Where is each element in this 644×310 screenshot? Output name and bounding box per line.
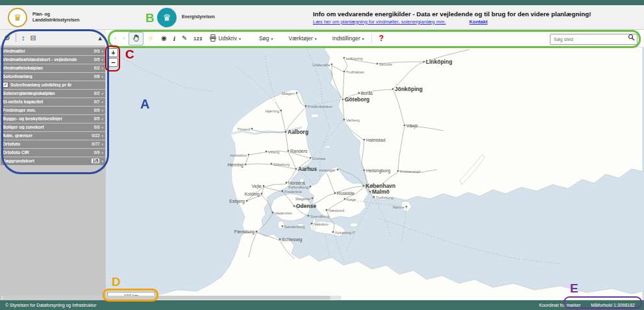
- collapse-layers-icon[interactable]: ⊟: [30, 34, 36, 42]
- layer-count: 1/5: [92, 159, 100, 163]
- planning-info-link[interactable]: Læs her om planlægning for vindmøller, s…: [313, 19, 446, 25]
- layer-item[interactable]: Solenergianlæglokalplan0/2▾: [1, 90, 105, 97]
- layer-name: Boliger og zonekort: [3, 125, 94, 129]
- settings-menu-label: Indstillinger: [332, 35, 360, 42]
- city-label: Borås: [361, 91, 373, 96]
- layer-item[interactable]: Bygge- og beskyttelseslinjer0/5▾: [1, 115, 105, 123]
- layer-name: Ortofoto CIR: [3, 150, 94, 155]
- city-label: Aarhus: [298, 166, 317, 172]
- chevron-down-icon[interactable]: ▾: [101, 125, 103, 129]
- chevron-down-icon[interactable]: ▾: [101, 58, 103, 62]
- zoom-in-button[interactable]: +: [108, 48, 118, 57]
- layer-item[interactable]: Fredninger mm.0/9▾: [1, 107, 105, 114]
- city-dot: [286, 182, 287, 183]
- layer-item[interactable]: Ortofoto CIR0/9▾: [1, 149, 105, 157]
- map-toolbar: ‹ › ⚡ ◉ i ✎ 123 Udskriv ▾ Søg ▾: [106, 30, 644, 47]
- search-menu-button[interactable]: Søg ▾: [256, 33, 277, 44]
- settings-menu-button[interactable]: Indstillinger ▾: [329, 33, 367, 44]
- feature-info-button[interactable]: i: [170, 33, 179, 44]
- caret-down-icon: ▾: [239, 36, 241, 41]
- coordinates-tool-button[interactable]: 123: [190, 34, 205, 43]
- collapse-panel-icon[interactable]: ▴: [98, 34, 102, 42]
- city-dot: [261, 193, 262, 194]
- chevron-down-icon[interactable]: ▾: [101, 109, 103, 112]
- search-magnifier-icon[interactable]: [628, 34, 635, 41]
- city-label: Haderslev: [275, 211, 292, 215]
- layer-count: 0/3: [94, 49, 100, 53]
- chevron-down-icon[interactable]: ▾: [101, 49, 103, 53]
- help-button[interactable]: ?: [376, 32, 387, 44]
- status-bar: © Styrelsen for Dataforsyning og Infrast…: [0, 300, 644, 310]
- coordinates-123-icon: 123: [193, 36, 202, 41]
- zoom-out-button[interactable]: −: [108, 58, 118, 67]
- city-label: Halmstad: [366, 138, 386, 142]
- print-menu-button[interactable]: Udskriv ▾: [206, 32, 244, 45]
- layer-count: 0/3: [94, 125, 100, 129]
- chevron-down-icon[interactable]: ▾: [101, 100, 103, 104]
- city-label: Esbjerg: [229, 199, 245, 204]
- city-dot: [326, 209, 327, 211]
- layer-item[interactable]: Baggrundskort1/5▾: [1, 157, 105, 165]
- city-label: Varberg: [346, 118, 360, 122]
- history-forward-button[interactable]: ›: [119, 33, 128, 44]
- city-dot: [272, 212, 273, 213]
- caret-down-icon: ▾: [271, 36, 273, 41]
- quick-info-button[interactable]: ⚡: [143, 33, 158, 44]
- layer-name: Vindmølleafstandskort - vejledende: [3, 57, 94, 62]
- chevron-down-icon[interactable]: ▾: [101, 159, 103, 163]
- layer-name: Solcelleanlæg: [3, 74, 94, 79]
- chevron-down-icon[interactable]: ▾: [101, 66, 103, 70]
- city-label: Thisted: [237, 127, 250, 131]
- expand-layers-icon[interactable]: ↕: [21, 34, 25, 42]
- city-dot: [397, 170, 399, 172]
- layer-name: Baggrundskort: [3, 159, 92, 163]
- city-label: Grenaa: [312, 157, 326, 161]
- chevron-down-icon[interactable]: ▾: [101, 142, 103, 146]
- checkbox-checked-icon[interactable]: ✓: [3, 82, 8, 88]
- tools-menu-label: Værktøjer: [289, 35, 313, 42]
- layer-count: 0/7: [94, 99, 100, 104]
- settings-gear-icon[interactable]: ⚙: [4, 34, 10, 42]
- tools-menu-button[interactable]: Værktøjer ▾: [286, 33, 320, 44]
- search-menu-label: Søg: [259, 35, 269, 42]
- place-search: [550, 32, 638, 45]
- place-search-input[interactable]: [550, 34, 638, 45]
- city-dot: [332, 231, 334, 233]
- chevron-down-icon[interactable]: ▾: [101, 75, 103, 79]
- city-label: Odense: [296, 203, 316, 209]
- ferry-route: [378, 218, 560, 264]
- ferry-route: [265, 56, 276, 103]
- city-dot: [310, 186, 311, 187]
- scrollbar-thumb[interactable]: [3, 296, 330, 300]
- layer-name: Adm. grænser: [3, 133, 92, 138]
- layer-count: 0/2: [94, 66, 100, 70]
- ferry-route: [236, 66, 276, 103]
- app-header: ♛ Plan- og Landdistriktsstyrelsen ♛ Ener…: [0, 5, 644, 30]
- layer-item[interactable]: Adm. grænser0/22▾: [1, 132, 105, 140]
- ferry-route: [106, 49, 213, 92]
- layer-item[interactable]: Boliger og zonekort0/3▾: [1, 123, 105, 131]
- map-canvas[interactable]: SkagenFrederikshavnHjørringThistedAalbor…: [106, 30, 644, 300]
- layer-item[interactable]: ✓Solcelleanlæg udvikling pr år: [1, 81, 105, 89]
- layer-item[interactable]: Solcelleanlæg0/8▾: [1, 73, 105, 81]
- layer-item[interactable]: Vindmøllelokalplan0/2▾: [1, 64, 105, 72]
- layer-item[interactable]: El-nettets kapacitet0/7▾: [1, 98, 105, 106]
- logo-energi-text: Energistyrelsen: [182, 14, 215, 19]
- city-dot: [344, 198, 345, 200]
- pan-tool-button[interactable]: [129, 32, 143, 45]
- contact-link[interactable]: Kontakt: [469, 19, 488, 25]
- chevron-down-icon[interactable]: ▾: [101, 134, 103, 138]
- layer-item[interactable]: Vindmølleafstandskort - vejledende0/5▾: [1, 56, 105, 64]
- layer-item[interactable]: Vindmøller0/3▾: [1, 47, 105, 55]
- chevron-down-icon[interactable]: ▾: [101, 117, 103, 121]
- zoom-to-location-button[interactable]: ◉: [158, 33, 170, 44]
- app-window: ♛ Plan- og Landdistriktsstyrelsen ♛ Ener…: [0, 0, 644, 310]
- history-back-button[interactable]: ‹: [111, 33, 119, 44]
- sidebar-toolbar: ⚙ ↕ ⊟ ▴: [0, 30, 106, 46]
- measure-tool-button[interactable]: ✎: [179, 33, 190, 44]
- chevron-down-icon[interactable]: ▾: [101, 92, 103, 96]
- horizontal-scrollbar[interactable]: [1, 296, 341, 300]
- layer-item[interactable]: Ortofoto0/77▾: [1, 140, 105, 148]
- chevron-down-icon[interactable]: ▾: [101, 151, 103, 155]
- city-label: Randers: [290, 149, 308, 153]
